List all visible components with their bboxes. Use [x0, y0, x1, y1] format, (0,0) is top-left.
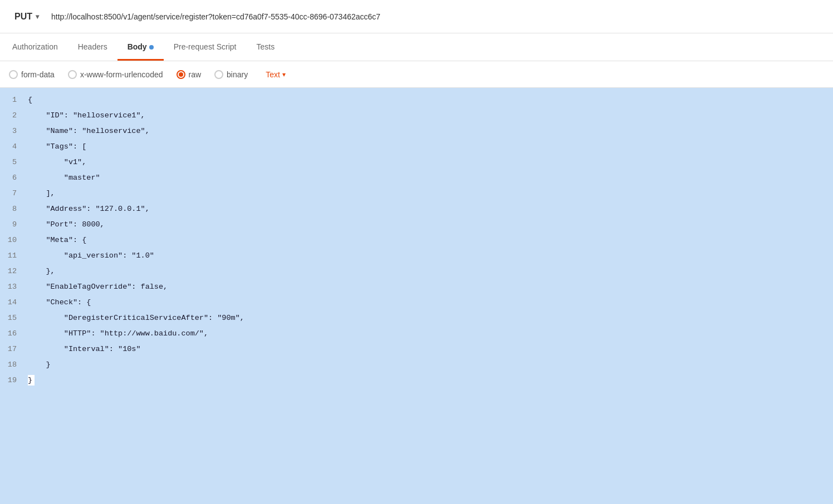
method-chevron: ▾ [36, 13, 39, 21]
line-number-12: 12 [0, 264, 28, 279]
code-line-19: 19} [0, 373, 833, 388]
url-input[interactable] [51, 12, 824, 21]
line-number-8: 8 [0, 201, 28, 217]
line-content-9: "Port": 8000, [28, 217, 833, 233]
body-options: form-data x-www-form-urlencoded raw bina… [0, 61, 833, 88]
code-line-4: 4 "Tags": [ [0, 139, 833, 155]
request-tabs: AuthorizationHeadersBodyPre-request Scri… [0, 33, 833, 61]
line-content-17: "Interval": "10s" [28, 342, 833, 357]
line-number-19: 19 [0, 373, 28, 388]
tab-tests[interactable]: Tests [246, 34, 285, 61]
code-line-11: 11 "api_version": "1.0" [0, 248, 833, 264]
line-content-8: "Address": "127.0.0.1", [28, 201, 833, 217]
line-content-14: "Check": { [28, 295, 833, 310]
code-line-15: 15 "DeregisterCriticalServiceAfter": "90… [0, 310, 833, 326]
binary-label: binary [227, 70, 248, 79]
line-number-5: 5 [0, 155, 28, 170]
line-number-13: 13 [0, 279, 28, 295]
line-content-13: "EnableTagOverride": false, [28, 279, 833, 295]
line-number-10: 10 [0, 233, 28, 248]
line-content-6: "master" [28, 170, 833, 186]
line-content-15: "DeregisterCriticalServiceAfter": "90m", [28, 310, 833, 326]
format-chevron: ▾ [282, 71, 286, 78]
line-content-4: "Tags": [ [28, 139, 833, 155]
raw-option[interactable]: raw [177, 70, 202, 79]
tab-authorization[interactable]: Authorization [2, 34, 68, 61]
line-number-7: 7 [0, 186, 28, 201]
code-line-10: 10 "Meta": { [0, 233, 833, 248]
line-number-9: 9 [0, 217, 28, 233]
raw-radio[interactable] [177, 70, 185, 79]
line-number-2: 2 [0, 108, 28, 123]
line-number-15: 15 [0, 310, 28, 326]
method-label: PUT [14, 12, 32, 22]
line-number-14: 14 [0, 295, 28, 310]
line-content-2: "ID": "helloservice1", [28, 108, 833, 123]
line-content-10: "Meta": { [28, 233, 833, 248]
urlencoded-radio[interactable] [68, 70, 77, 79]
code-line-1: 1{ [0, 92, 833, 108]
line-number-16: 16 [0, 326, 28, 342]
urlencoded-option[interactable]: x-www-form-urlencoded [68, 70, 163, 79]
form-data-radio[interactable] [9, 70, 18, 79]
code-line-9: 9 "Port": 8000, [0, 217, 833, 233]
line-number-18: 18 [0, 357, 28, 373]
format-label: Text [266, 70, 280, 79]
code-line-14: 14 "Check": { [0, 295, 833, 310]
code-line-7: 7 ], [0, 186, 833, 201]
format-dropdown[interactable]: Text ▾ [266, 70, 286, 79]
line-content-16: "HTTP": "http://www.baidu.com/", [28, 326, 833, 342]
line-number-6: 6 [0, 170, 28, 186]
binary-radio[interactable] [214, 70, 223, 79]
code-line-18: 18 } [0, 357, 833, 373]
line-number-3: 3 [0, 123, 28, 139]
line-content-1: { [28, 92, 833, 108]
line-content-19: } [28, 373, 833, 388]
code-line-12: 12 }, [0, 264, 833, 279]
form-data-option[interactable]: form-data [9, 70, 55, 79]
tab-body[interactable]: Body [117, 34, 164, 61]
line-content-12: }, [28, 264, 833, 279]
tab-prerequest[interactable]: Pre-request Script [164, 34, 247, 61]
code-line-13: 13 "EnableTagOverride": false, [0, 279, 833, 295]
code-line-16: 16 "HTTP": "http://www.baidu.com/", [0, 326, 833, 342]
line-content-18: } [28, 357, 833, 373]
code-editor[interactable]: 1{2 "ID": "helloservice1",3 "Name": "hel… [0, 88, 833, 504]
code-line-6: 6 "master" [0, 170, 833, 186]
line-content-11: "api_version": "1.0" [28, 248, 833, 264]
binary-option[interactable]: binary [214, 70, 248, 79]
line-number-17: 17 [0, 342, 28, 357]
code-line-17: 17 "Interval": "10s" [0, 342, 833, 357]
urlencoded-label: x-www-form-urlencoded [80, 70, 163, 79]
code-line-5: 5 "v1", [0, 155, 833, 170]
method-selector[interactable]: PUT ▾ [9, 8, 45, 25]
line-number-4: 4 [0, 139, 28, 155]
line-content-3: "Name": "helloservice", [28, 123, 833, 139]
line-content-5: "v1", [28, 155, 833, 170]
line-number-11: 11 [0, 248, 28, 264]
raw-label: raw [189, 70, 202, 79]
url-bar: PUT ▾ [0, 0, 833, 33]
code-line-3: 3 "Name": "helloservice", [0, 123, 833, 139]
code-line-8: 8 "Address": "127.0.0.1", [0, 201, 833, 217]
code-line-2: 2 "ID": "helloservice1", [0, 108, 833, 123]
tab-headers[interactable]: Headers [68, 34, 117, 61]
line-content-7: ], [28, 186, 833, 201]
line-number-1: 1 [0, 92, 28, 108]
tab-dot-body [149, 45, 154, 50]
form-data-label: form-data [21, 70, 55, 79]
